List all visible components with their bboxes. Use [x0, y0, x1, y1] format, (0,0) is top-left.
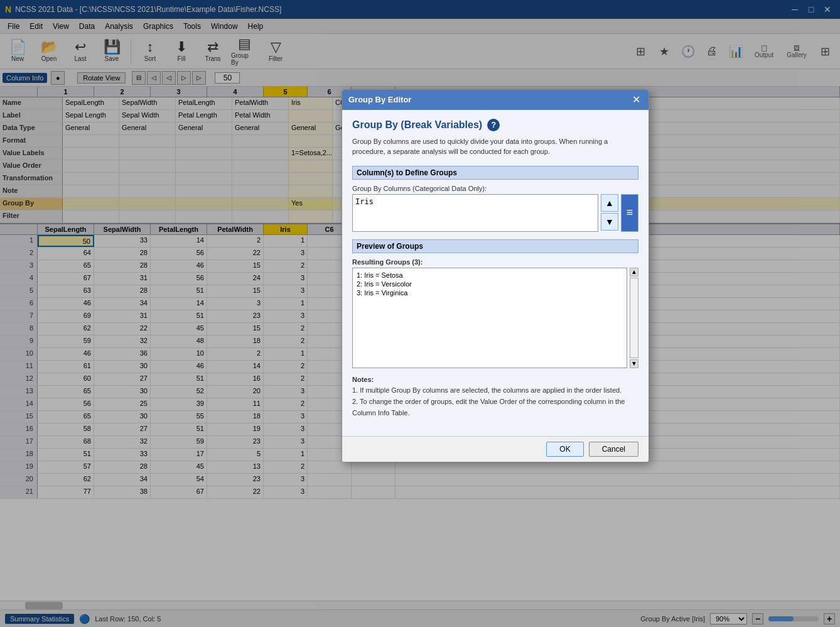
dialog-main-title-text: Group By (Break Variables) [352, 119, 482, 131]
dialog-main-title: Group By (Break Variables) ? [352, 119, 638, 131]
groups-list-area: 1: Iris = Setosa 2: Iris = Versicolor 3:… [352, 268, 638, 368]
list-item: 2: Iris = Versicolor [355, 280, 624, 288]
scroll-up-button[interactable]: ▲ [630, 268, 638, 276]
columns-section-header: Column(s) to Define Groups [352, 166, 638, 180]
groups-list-scroll: ▲ ▼ [630, 268, 638, 368]
group-by-columns-label: Group By Columns (Categorical Data Only)… [352, 185, 638, 192]
resulting-groups-label: Resulting Groups (3): [352, 258, 638, 266]
dialog-body: Group By (Break Variables) ? Group By co… [342, 110, 649, 436]
scroll-track [630, 278, 638, 358]
dialog-titlebar: Group By Editor ✕ [342, 90, 649, 110]
preview-section-header: Preview of Groups [352, 239, 638, 253]
notes-title: Notes: [352, 376, 374, 383]
expand-textarea-button[interactable]: ▲ [601, 194, 618, 212]
dialog-footer: OK Cancel [342, 436, 649, 462]
group-by-editor-dialog: Group By Editor ✕ Group By (Break Variab… [342, 89, 649, 462]
modal-overlay: Group By Editor ✕ Group By (Break Variab… [0, 0, 840, 627]
list-item: 3: Iris = Virginica [355, 288, 624, 297]
note-1: 1. If multiple Group By columns are sele… [352, 386, 622, 394]
ok-button[interactable]: OK [546, 442, 583, 457]
dialog-close-button[interactable]: ✕ [630, 94, 642, 106]
notes-section: Notes: 1. If multiple Group By columns a… [352, 374, 638, 418]
select-columns-button[interactable]: ≡ [621, 194, 638, 232]
dialog-description: Group By columns are used to quickly div… [352, 136, 638, 157]
cancel-button[interactable]: Cancel [589, 442, 638, 457]
note-2: 2. To change the order of groups, edit t… [352, 398, 625, 417]
help-icon[interactable]: ? [487, 119, 500, 131]
group-by-input-area: Iris ▲ ▼ ≡ [352, 194, 638, 232]
scroll-down-button[interactable]: ▼ [630, 359, 638, 368]
groups-list[interactable]: 1: Iris = Setosa 2: Iris = Versicolor 3:… [352, 268, 627, 368]
group-by-textarea[interactable]: Iris [352, 194, 598, 232]
list-item: 1: Iris = Setosa [355, 271, 624, 280]
collapse-textarea-button[interactable]: ▼ [601, 213, 618, 231]
textarea-buttons: ▲ ▼ [601, 194, 618, 232]
preview-section: Preview of Groups Resulting Groups (3): … [352, 239, 638, 368]
dialog-title: Group By Editor [348, 95, 630, 104]
